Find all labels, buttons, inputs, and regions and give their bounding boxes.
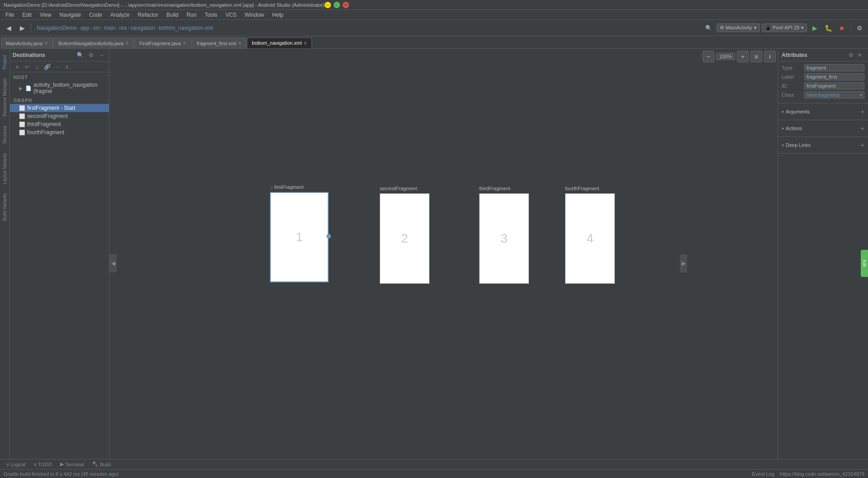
menu-item-code[interactable]: Code <box>85 11 106 19</box>
search-everywhere-button[interactable]: 🔍 <box>703 22 715 34</box>
structure-tab[interactable]: Structure <box>1 123 9 147</box>
nav-home-button[interactable]: ⌂ <box>33 62 42 71</box>
tab-mainactivity[interactable]: MainActivity.java ✕ <box>1 37 53 48</box>
menu-item-file[interactable]: File <box>2 11 18 19</box>
menu-item-vcs[interactable]: VCS <box>222 11 241 19</box>
zoom-out-button[interactable]: − <box>703 51 714 62</box>
panel-settings-button[interactable]: ⚙ <box>846 51 855 60</box>
menu-item-view[interactable]: View <box>36 11 55 19</box>
settings-button[interactable]: ⚙ <box>854 22 865 34</box>
maximize-button[interactable]: □ <box>334 2 340 8</box>
tab-close[interactable]: ✕ <box>44 41 48 46</box>
tree-item-secondfragment[interactable]: ⬜ secondFragment <box>10 112 109 120</box>
tab-firstfragment[interactable]: FirstFragment.java ✕ <box>134 37 191 48</box>
close-button[interactable]: ✕ <box>343 2 349 8</box>
attributes-panel: Attributes ⚙ ✕ Type fragment Label fragm… <box>778 49 868 478</box>
device-selector[interactable]: ⚙ MainActivity ▾ <box>717 23 760 32</box>
info-button[interactable]: ℹ <box>764 51 776 62</box>
breadcrumb-res[interactable]: res <box>119 25 127 31</box>
resource-manager-tab[interactable]: Resource Manager <box>1 75 9 119</box>
secondfragment-card[interactable]: 2 <box>380 193 429 284</box>
label-value[interactable]: fragment_first <box>804 73 864 80</box>
zoom-in-button[interactable]: + <box>737 51 749 62</box>
build-variants-tab[interactable]: Build Variants <box>1 191 9 224</box>
tab-close[interactable]: ✕ <box>238 41 241 46</box>
arguments-header[interactable]: ▾ Arguments + <box>782 106 864 117</box>
deep-links-add-button[interactable]: + <box>861 141 864 149</box>
arguments-add-button[interactable]: + <box>861 108 864 115</box>
stop-button[interactable]: ■ <box>836 22 848 34</box>
firstfragment-card[interactable]: 1 <box>270 192 329 282</box>
type-value[interactable]: fragment <box>804 64 864 71</box>
actions-add-button[interactable]: + <box>861 125 864 132</box>
forward-button[interactable]: ▶ <box>16 22 28 34</box>
breadcrumb-src[interactable]: src <box>93 25 100 31</box>
far-right-toggle-button[interactable]: Edit <box>861 250 868 277</box>
id-row: ID firstFragment <box>782 82 864 89</box>
minimize-button[interactable]: ─ <box>325 2 331 8</box>
nav-forward-button[interactable]: → <box>52 62 61 71</box>
tree-item-fourthfragment[interactable]: ⬜ fourthFragment <box>10 128 109 136</box>
connection-dot[interactable] <box>326 234 331 239</box>
nav-action-button[interactable]: ↩ <box>23 62 32 71</box>
run-button[interactable]: ▶ <box>809 22 821 34</box>
build-tab[interactable]: 🔨 Build <box>89 460 114 468</box>
thirdfragment-card[interactable]: 3 <box>479 193 529 284</box>
id-value[interactable]: firstFragment <box>804 82 864 89</box>
deep-links-header[interactable]: ▾ Deep Links + <box>782 140 864 150</box>
settings-icon[interactable]: ⚙ <box>86 51 95 60</box>
menu-item-run[interactable]: Run <box>183 11 200 19</box>
todo-tab[interactable]: ≡ TODO <box>30 461 56 468</box>
logcat-tab[interactable]: ≡ Logcat <box>3 461 29 468</box>
actions-header[interactable]: ▾ Actions + <box>782 123 864 134</box>
canvas-area[interactable]: ⌂ firstFragment 1 secondFragment 2 <box>109 49 778 478</box>
fragment-label: fourthFragment <box>27 129 64 136</box>
label-row: Label fragment_first <box>782 73 864 80</box>
tree-item-firstfragment[interactable]: ⬜ firstFragment - Start <box>10 104 109 112</box>
tab-bottom-navigation-xml[interactable]: bottom_navigation.xml ✕ <box>247 37 312 48</box>
breadcrumb-navigation[interactable]: navigation <box>130 25 155 31</box>
back-button[interactable]: ◀ <box>3 22 14 34</box>
nav-extra-button[interactable]: ≡ <box>62 62 71 71</box>
fit-screen-button[interactable]: ⊞ <box>750 51 762 62</box>
add-destination-button[interactable]: + <box>13 62 22 71</box>
home-icon: ⌂ <box>270 184 273 190</box>
terminal-tab[interactable]: ▶ Terminal <box>57 460 88 468</box>
nav-link-button[interactable]: 🔗 <box>42 62 52 71</box>
menu-item-refactor[interactable]: Refactor <box>134 11 162 19</box>
menu-item-navigate[interactable]: Navigate <box>56 11 85 19</box>
project-tab[interactable]: Project <box>1 52 9 72</box>
menu-item-tools[interactable]: Tools <box>201 11 221 19</box>
menu-item-analyze[interactable]: Analyze <box>107 11 133 19</box>
breadcrumb-main[interactable]: main <box>104 25 116 31</box>
fourthfragment-card[interactable]: 4 <box>565 193 615 284</box>
device-name: ⚙ MainActivity <box>720 25 752 31</box>
tab-close[interactable]: ✕ <box>183 41 186 46</box>
tab-bottomnavigationactivity[interactable]: BottomNavigationActivity.java ✕ <box>53 37 134 48</box>
tree-item-thirdfragment[interactable]: ⬜ thirdFragment <box>10 120 109 128</box>
search-button[interactable]: 🔍 <box>75 51 85 60</box>
layout-variants-tab[interactable]: Layout Variants <box>1 150 9 187</box>
tab-close[interactable]: ✕ <box>303 41 307 46</box>
tab-close[interactable]: ✕ <box>125 41 129 46</box>
menu-item-edit[interactable]: Edit <box>19 11 35 19</box>
label-text: secondFragment <box>380 186 417 191</box>
breadcrumb-file[interactable]: bottom_navigation.xml <box>159 25 213 31</box>
host-item[interactable]: ▶ 📄 activity_bottom_navigation (fragme <box>10 81 109 95</box>
menu-item-window[interactable]: Window <box>241 11 268 19</box>
breadcrumb-app[interactable]: app <box>80 25 90 31</box>
api-selector[interactable]: 📱 Pixel API 28 ▾ <box>762 23 807 32</box>
debug-button[interactable]: 🐛 <box>822 22 834 34</box>
todo-icon: ≡ <box>33 462 36 467</box>
tab-fragment-first-xml[interactable]: fragment_first.xml ✕ <box>192 37 246 48</box>
menu-item-help[interactable]: Help <box>269 11 287 19</box>
menu-item-build[interactable]: Build <box>163 11 182 19</box>
event-log-link[interactable]: Event Log <box>752 471 774 477</box>
class-value-container[interactable]: View.fragment) ▾ <box>804 91 864 98</box>
breadcrumb-project[interactable]: NavigationDemo <box>37 25 77 31</box>
minimize-panel-button[interactable]: − <box>97 51 106 60</box>
panel-close-button[interactable]: ✕ <box>855 51 864 60</box>
canvas-expand-right[interactable]: ▶ <box>680 254 687 272</box>
canvas-expand-left[interactable]: ◀ <box>109 254 117 272</box>
deep-links-label: Deep Links <box>786 142 811 148</box>
